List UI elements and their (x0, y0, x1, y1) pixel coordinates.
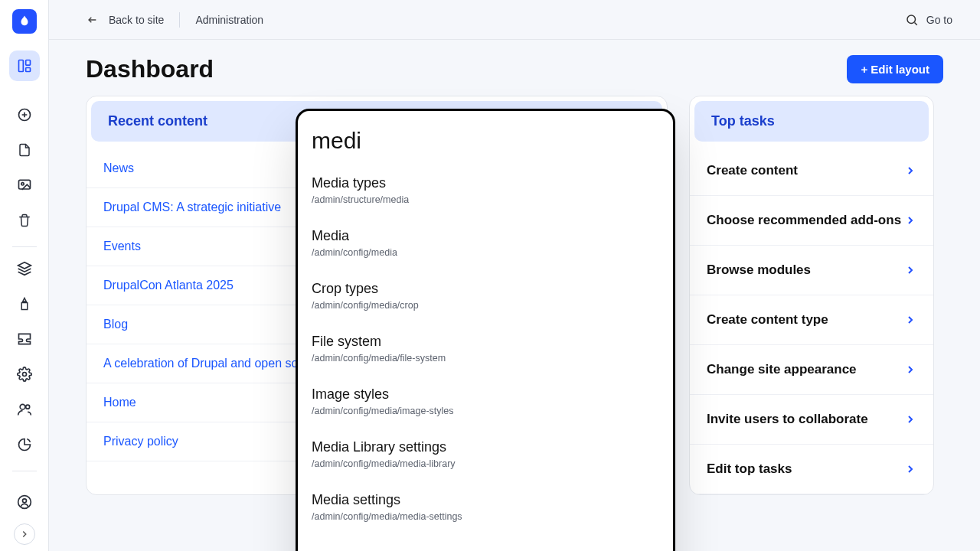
task-item[interactable]: Create content type (690, 295, 933, 345)
top-tasks-header: Top tasks (694, 101, 929, 142)
sidebar (0, 0, 49, 551)
sidebar-separator-2 (12, 471, 37, 471)
svg-rect-0 (18, 60, 23, 72)
task-item[interactable]: Edit top tasks (690, 445, 933, 494)
sidebar-item-config[interactable] (9, 359, 40, 390)
search-result-title: Media settings (312, 492, 659, 508)
top-tasks-card: Top tasks Create content Choose recommen… (689, 96, 934, 495)
chevron-right-icon (904, 314, 916, 326)
sidebar-expand-toggle[interactable] (14, 523, 35, 545)
search-result[interactable]: File system /admin/config/media/file-sys… (312, 324, 659, 377)
page-title: Dashboard (86, 55, 214, 83)
task-item[interactable]: Browse modules (690, 246, 933, 295)
svg-point-6 (22, 373, 26, 377)
sidebar-item-structure[interactable] (9, 253, 40, 284)
back-arrow-icon (86, 14, 98, 26)
sidebar-item-dashboard[interactable] (9, 51, 40, 81)
sidebar-item-create[interactable] (9, 99, 40, 130)
sidebar-item-account[interactable] (9, 487, 40, 517)
breadcrumb-administration[interactable]: Administration (195, 14, 263, 26)
task-item[interactable]: Choose recommended add-ons (690, 196, 933, 246)
search-result-title: Media Library settings (312, 439, 659, 455)
search-result-title: Crop types (312, 281, 659, 297)
svg-point-11 (907, 15, 916, 24)
search-result-title: File system (312, 334, 659, 350)
search-result-path: /admin/config/media/image-styles (312, 406, 659, 416)
svg-point-5 (21, 183, 23, 185)
sidebar-item-trash[interactable] (9, 205, 40, 236)
task-item[interactable]: Change site appearance (690, 345, 933, 395)
goto-command-palette: Media types /admin/structure/media Media… (296, 109, 675, 551)
search-result-path: /admin/config/media (312, 247, 659, 258)
chevron-right-icon (904, 165, 916, 177)
svg-rect-2 (25, 68, 30, 72)
sidebar-item-media[interactable] (9, 170, 40, 201)
search-result-path: /admin/config/media/media-settings (312, 511, 659, 522)
search-icon (905, 13, 919, 27)
svg-point-7 (20, 404, 25, 409)
sidebar-item-appearance[interactable] (9, 289, 40, 319)
search-result-path: /admin/config/media/crop (312, 300, 659, 311)
task-item[interactable]: Create content (690, 146, 933, 196)
svg-point-8 (25, 405, 29, 409)
search-result-path: /admin/config/media/file-system (312, 353, 659, 364)
sidebar-separator (12, 246, 37, 247)
goto-results-list: Media types /admin/structure/media Media… (312, 166, 659, 536)
chevron-right-icon (904, 463, 916, 475)
search-result[interactable]: Media /admin/config/media (312, 219, 659, 272)
search-result-title: Image styles (312, 386, 659, 403)
search-result[interactable]: Crop types /admin/config/media/crop (312, 272, 659, 324)
svg-point-10 (22, 499, 26, 503)
sidebar-item-reports[interactable] (9, 429, 40, 460)
chevron-right-icon (904, 364, 916, 376)
search-result-path: /admin/config/media/media-library (312, 458, 659, 469)
top-tasks-list: Create content Choose recommended add-on… (690, 146, 933, 494)
search-result-title: Media (312, 228, 659, 244)
search-result[interactable]: Media Library settings /admin/config/med… (312, 430, 659, 483)
chevron-right-icon (904, 264, 916, 276)
goto-search-input[interactable] (312, 123, 659, 166)
sidebar-item-people[interactable] (9, 394, 40, 425)
sidebar-item-content[interactable] (9, 135, 40, 165)
goto-label: Go to (926, 14, 952, 26)
search-result-path: /admin/structure/media (312, 194, 659, 205)
edit-layout-button[interactable]: + Edit layout (847, 55, 943, 83)
search-result-title: Media types (312, 175, 659, 191)
back-to-site-link[interactable]: Back to site (109, 14, 164, 26)
search-result[interactable]: Media settings /admin/config/media/media… (312, 483, 659, 536)
task-item[interactable]: Invite users to collaborate (690, 395, 933, 445)
chevron-right-icon (904, 214, 916, 227)
chevron-right-icon (904, 413, 916, 425)
search-result[interactable]: Media types /admin/structure/media (312, 166, 659, 219)
logo-drupal[interactable] (12, 9, 37, 34)
svg-rect-1 (25, 60, 30, 66)
breadcrumb-separator (179, 12, 180, 28)
search-result[interactable]: Image styles /admin/config/media/image-s… (312, 377, 659, 430)
sidebar-item-extend[interactable] (9, 324, 40, 354)
topbar: Back to site Administration Go to (49, 0, 980, 40)
goto-trigger[interactable]: Go to (905, 13, 952, 27)
